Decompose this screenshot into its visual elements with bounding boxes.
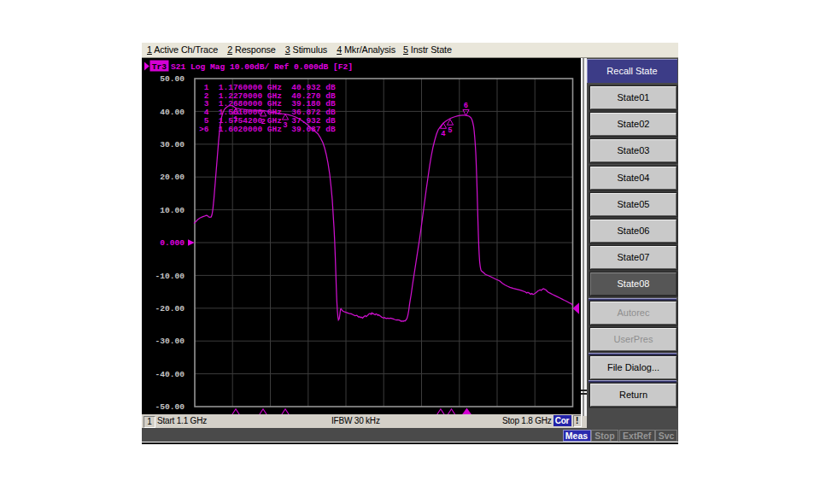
svg-text:30.00: 30.00 bbox=[160, 140, 184, 149]
svg-text:S21 Log Mag 10.00dB/ Ref 0.000: S21 Log Mag 10.00dB/ Ref 0.000dB [F2] bbox=[171, 62, 353, 72]
svg-text:-50.00: -50.00 bbox=[155, 402, 184, 412]
svg-text:Tr3: Tr3 bbox=[152, 62, 167, 72]
svg-text:4: 4 bbox=[441, 130, 446, 138]
svg-text:-10.00: -10.00 bbox=[155, 272, 184, 281]
svg-text:20.00: 20.00 bbox=[160, 173, 184, 182]
svg-text:6: 6 bbox=[464, 102, 468, 110]
svg-text:10.00: 10.00 bbox=[160, 206, 184, 215]
svg-text:>6 1.6020000 GHz 39.087 dB: >6 1.6020000 GHz 39.087 dB bbox=[199, 125, 336, 134]
svg-text:-40.00: -40.00 bbox=[155, 370, 184, 379]
svg-text:-20.00: -20.00 bbox=[155, 304, 184, 314]
svg-text:40.00: 40.00 bbox=[160, 108, 184, 117]
svg-text:0.000: 0.000 bbox=[160, 238, 184, 248]
svg-text:5: 5 bbox=[448, 126, 452, 135]
svg-text:50.00: 50.00 bbox=[160, 74, 184, 84]
svg-text:-30.00: -30.00 bbox=[155, 337, 184, 346]
